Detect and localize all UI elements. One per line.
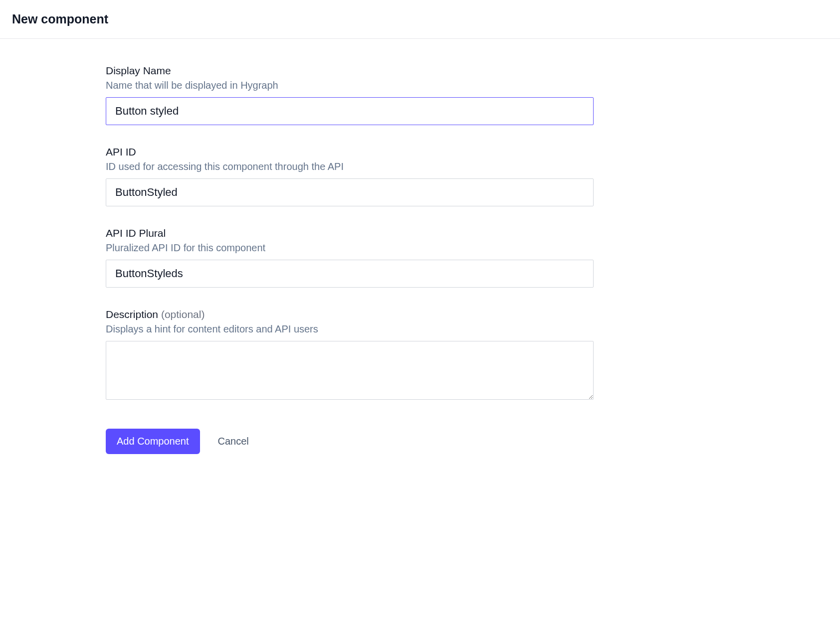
description-group: Description (optional) Displays a hint f…: [106, 309, 594, 402]
form-container: Display Name Name that will be displayed…: [106, 39, 594, 454]
api-id-hint: ID used for accessing this component thr…: [106, 161, 594, 172]
display-name-hint: Name that will be displayed in Hygraph: [106, 80, 594, 91]
display-name-label: Display Name: [106, 65, 594, 77]
api-id-plural-label: API ID Plural: [106, 227, 594, 239]
api-id-plural-group: API ID Plural Pluralized API ID for this…: [106, 227, 594, 288]
api-id-group: API ID ID used for accessing this compon…: [106, 146, 594, 206]
display-name-input[interactable]: [106, 97, 594, 125]
description-label-text: Description: [106, 309, 158, 320]
api-id-label: API ID: [106, 146, 594, 158]
display-name-group: Display Name Name that will be displayed…: [106, 65, 594, 125]
cancel-button[interactable]: Cancel: [214, 429, 253, 454]
page-header: New component: [0, 0, 840, 39]
description-textarea[interactable]: [106, 341, 594, 400]
button-row: Add Component Cancel: [106, 429, 594, 454]
page-title: New component: [12, 12, 828, 26]
api-id-plural-input[interactable]: [106, 260, 594, 288]
description-optional-text: (optional): [161, 309, 205, 320]
add-component-button[interactable]: Add Component: [106, 429, 200, 454]
api-id-input[interactable]: [106, 178, 594, 206]
api-id-plural-hint: Pluralized API ID for this component: [106, 242, 594, 254]
description-label: Description (optional): [106, 309, 594, 320]
description-hint: Displays a hint for content editors and …: [106, 323, 594, 335]
